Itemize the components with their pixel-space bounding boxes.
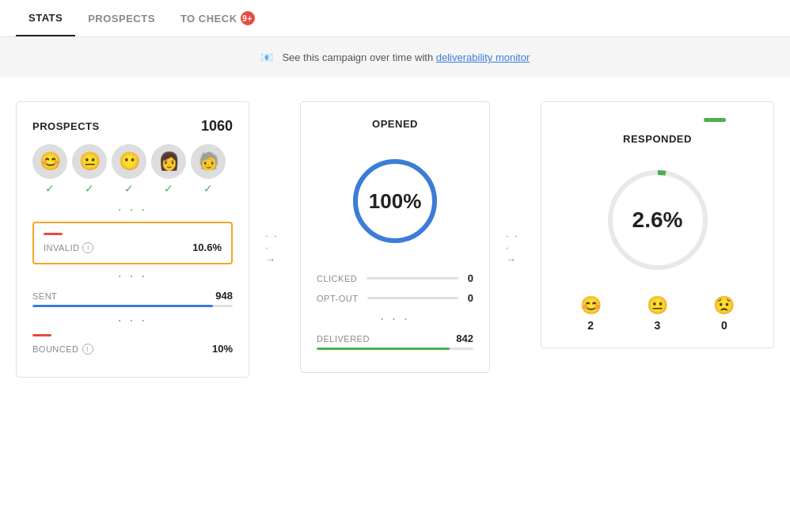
- prospects-header: PROSPECTS 1060: [32, 118, 233, 135]
- invalid-block: INVALID i 10.6%: [32, 222, 233, 264]
- clicked-bar: [367, 277, 458, 279]
- avatar-1: 😊: [32, 144, 67, 179]
- check-3: ✓: [112, 182, 146, 195]
- cards-row: PROSPECTS 1060 😊 😐 😶 👩 🧓 ✓ ✓ ✓ ✓ ✓ · · ·: [16, 101, 774, 378]
- sent-block: SENT 948: [32, 290, 233, 307]
- delivered-label: DELIVERED: [317, 334, 370, 344]
- dots-bottom: · · ·: [32, 314, 233, 328]
- check-2: ✓: [72, 182, 107, 195]
- responded-top-indicator: [704, 118, 726, 122]
- clicked-value: 0: [468, 272, 473, 284]
- avatar-2: 😐: [72, 144, 107, 179]
- prospects-count: 1060: [201, 118, 233, 135]
- dots-middle: · · ·: [32, 269, 233, 283]
- tab-stats[interactable]: STATS: [16, 1, 75, 36]
- opened-donut-container: 100%: [317, 146, 473, 256]
- avatar-3: 😶: [112, 144, 146, 179]
- sentiment-row: 😊 2 😐 3 😟 0: [557, 295, 758, 332]
- optout-label: OPT-OUT: [317, 294, 358, 303]
- neutral-icon: 😐: [647, 295, 668, 316]
- tab-to-check[interactable]: TO CHECK 9+: [168, 0, 268, 36]
- invalid-info-icon[interactable]: i: [82, 242, 93, 253]
- avatar-5: 🧓: [191, 144, 226, 179]
- check-4: ✓: [151, 182, 186, 195]
- banner-icon: 📧: [260, 51, 273, 63]
- delivered-block: DELIVERED 842: [317, 332, 473, 350]
- clicked-row: CLICKED 0: [317, 272, 473, 284]
- invalid-label: INVALID i: [44, 242, 93, 253]
- banner-text: See this campaign over time with: [282, 51, 435, 63]
- responded-percentage: 2.6%: [632, 207, 683, 233]
- responded-card: RESPONDED 2.6% 😊 2 😐 3: [541, 101, 774, 348]
- delivered-value: 842: [456, 332, 473, 344]
- optout-row: OPT-OUT 0: [317, 292, 473, 304]
- responded-donut-container: 2.6%: [557, 161, 758, 279]
- optout-bar: [367, 297, 458, 299]
- delivered-bar: [317, 348, 473, 350]
- opened-percentage: 100%: [369, 189, 422, 214]
- sentiment-negative: 😟 0: [713, 295, 735, 332]
- prospects-title: PROSPECTS: [32, 120, 100, 132]
- opened-dots-bottom: · · ·: [317, 312, 473, 326]
- negative-icon: 😟: [713, 295, 735, 316]
- responded-title: RESPONDED: [557, 133, 758, 145]
- bounced-info-icon[interactable]: i: [82, 344, 93, 355]
- optout-value: 0: [468, 292, 473, 304]
- right-connector: · · · →: [506, 230, 525, 265]
- sentiment-positive: 😊 2: [580, 295, 602, 332]
- avatar-4: 👩: [151, 144, 186, 179]
- sent-label: SENT: [32, 291, 57, 301]
- check-1: ✓: [32, 182, 67, 195]
- sentiment-neutral: 😐 3: [647, 295, 668, 332]
- bounced-block: BOUNCED i 10%: [32, 334, 233, 355]
- opened-sub-stats: CLICKED 0 OPT-OUT 0: [317, 272, 473, 304]
- to-check-badge: 9+: [241, 11, 255, 25]
- left-connector: · · · →: [265, 230, 284, 265]
- deliverability-link[interactable]: deliverability monitor: [436, 51, 530, 63]
- sent-bar: [32, 305, 233, 307]
- positive-count: 2: [587, 319, 594, 332]
- invalid-value: 10.6%: [192, 241, 222, 253]
- positive-icon: 😊: [580, 295, 602, 316]
- bounced-label: BOUNCED i: [32, 344, 93, 355]
- prospects-card: PROSPECTS 1060 😊 😐 😶 👩 🧓 ✓ ✓ ✓ ✓ ✓ · · ·: [16, 101, 249, 378]
- tabs-bar: STATS PROSPECTS TO CHECK 9+: [0, 0, 790, 37]
- opened-title: OPENED: [317, 118, 473, 130]
- checks-row: ✓ ✓ ✓ ✓ ✓: [32, 182, 233, 195]
- main-content: PROSPECTS 1060 😊 😐 😶 👩 🧓 ✓ ✓ ✓ ✓ ✓ · · ·: [0, 78, 790, 401]
- negative-count: 0: [721, 319, 727, 332]
- sent-value: 948: [215, 290, 233, 302]
- opened-card: OPENED 100% CLICKED 0 OPT-OUT: [300, 101, 490, 373]
- avatars-row: 😊 😐 😶 👩 🧓: [32, 144, 233, 179]
- campaign-banner: 📧 See this campaign over time with deliv…: [0, 37, 790, 78]
- neutral-count: 3: [655, 319, 661, 332]
- tab-prospects[interactable]: PROSPECTS: [75, 2, 168, 36]
- check-5: ✓: [191, 182, 226, 195]
- bounced-value: 10%: [212, 343, 233, 355]
- dots-top: · · ·: [32, 203, 233, 217]
- clicked-label: CLICKED: [317, 274, 357, 283]
